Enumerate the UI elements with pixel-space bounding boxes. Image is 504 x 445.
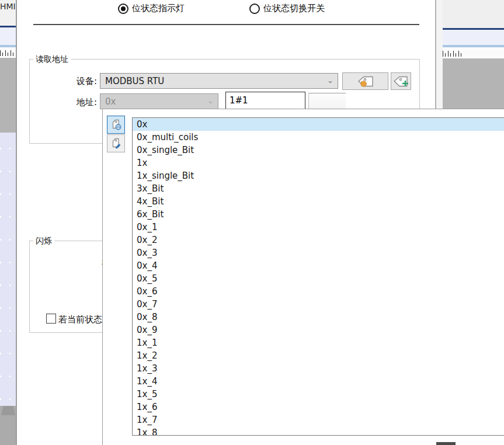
workspace-footer xyxy=(0,406,16,445)
radio-bit-switch-label: 位状态切换开关 xyxy=(263,3,325,14)
address-label: 地址: xyxy=(69,97,97,108)
section-separator xyxy=(33,24,419,25)
address-type-dropdown-popup: 0x0x_multi_coils0x_single_Bit1x1x_single… xyxy=(102,109,504,445)
list-item[interactable]: 0x_4 xyxy=(133,259,504,272)
address-aux-box xyxy=(308,93,346,110)
list-item[interactable]: 1x_4 xyxy=(133,375,504,388)
list-item[interactable]: 3x_Bit xyxy=(133,182,504,195)
list-item[interactable]: 0x_9 xyxy=(133,324,504,336)
tabstrip-right xyxy=(443,0,504,28)
list-item[interactable]: 0x_8 xyxy=(133,311,504,324)
list-item[interactable]: 0x_6 xyxy=(133,285,504,298)
blink-group-title: 闪烁 xyxy=(33,236,54,246)
device-label: 设备: xyxy=(69,76,97,87)
list-item[interactable]: 1x_single_Bit xyxy=(133,169,504,182)
list-item[interactable]: 0x_7 xyxy=(133,298,504,311)
list-item[interactable]: 0x_5 xyxy=(133,272,504,285)
radio-bit-lamp[interactable]: 位状态指示灯 xyxy=(118,3,185,14)
list-item[interactable]: 0x_2 xyxy=(133,234,504,246)
address-type-combobox-value: 0x xyxy=(105,96,116,107)
toolbar-band xyxy=(0,27,16,45)
ruler-ticks xyxy=(0,50,16,56)
device-combobox[interactable]: MODBUS RTU ⌄ xyxy=(100,73,338,89)
address-type-combobox[interactable]: 0x ⌄ xyxy=(100,93,218,109)
device-combobox-value: MODBUS RTU xyxy=(105,76,164,86)
list-item[interactable]: 1x_5 xyxy=(133,388,504,401)
chevron-down-icon: ⌄ xyxy=(327,76,333,85)
workspace-margin xyxy=(0,58,16,133)
read-address-group-title: 读取地址 xyxy=(33,54,71,65)
scrollbar-corner[interactable] xyxy=(1,406,15,415)
list-item[interactable]: 1x_7 xyxy=(133,413,504,426)
list-item[interactable]: 1x_6 xyxy=(133,401,504,413)
ruler-ticks-right xyxy=(443,51,464,57)
list-item[interactable]: 1x_1 xyxy=(133,336,504,349)
ruler-horizontal-left xyxy=(0,47,16,57)
background-tab-hmi[interactable]: HMI xyxy=(0,0,16,27)
background-left-strip: HMI xyxy=(0,0,16,445)
list-item[interactable]: 1x xyxy=(133,157,504,169)
blink-state-checkbox[interactable] xyxy=(46,314,56,324)
list-item[interactable]: 0x_3 xyxy=(133,246,504,259)
toolbar-band-right xyxy=(443,30,504,45)
tab-label: HMI xyxy=(0,2,16,11)
tag-library-button[interactable] xyxy=(342,72,388,90)
radio-bit-lamp-label: 位状态指示灯 xyxy=(132,3,185,14)
tag-with-green-plus-icon xyxy=(393,75,409,88)
address-value-input[interactable] xyxy=(225,92,305,109)
background-artifact xyxy=(436,442,456,445)
radio-circle-icon xyxy=(249,4,260,14)
list-item[interactable]: 6x_Bit xyxy=(133,208,504,221)
list-item[interactable]: 0x xyxy=(133,118,504,131)
radio-bit-switch[interactable]: 位状态切换开关 xyxy=(249,3,325,14)
design-canvas-grid[interactable] xyxy=(0,133,16,406)
list-item[interactable]: 1x_8 xyxy=(133,426,504,436)
address-type-listbox[interactable]: 0x0x_multi_coils0x_single_Bit1x1x_single… xyxy=(132,117,504,436)
object-type-radio-group: 位状态指示灯 位状态切换开关 xyxy=(22,3,435,16)
tag-with-orange-dot-icon xyxy=(357,75,374,88)
tag-with-pencil-icon xyxy=(110,137,122,150)
screen: HMI 位状态指示灯 xyxy=(0,0,504,445)
add-tag-button[interactable] xyxy=(391,72,411,90)
system-tag-filter-button[interactable] xyxy=(107,116,125,134)
list-item[interactable]: 0x_multi_coils xyxy=(133,131,504,144)
list-item[interactable]: 4x_Bit xyxy=(133,195,504,208)
user-tag-filter-button[interactable] xyxy=(107,134,125,152)
list-item[interactable]: 1x_2 xyxy=(133,349,504,362)
tag-with-globe-icon xyxy=(110,119,122,131)
radio-circle-icon xyxy=(118,4,128,14)
list-item[interactable]: 0x_1 xyxy=(133,221,504,234)
list-item[interactable]: 1x_3 xyxy=(133,362,504,375)
chevron-down-icon: ⌄ xyxy=(207,96,214,105)
list-item[interactable]: 0x_single_Bit xyxy=(133,144,504,157)
ruler-horizontal-right xyxy=(443,47,504,57)
